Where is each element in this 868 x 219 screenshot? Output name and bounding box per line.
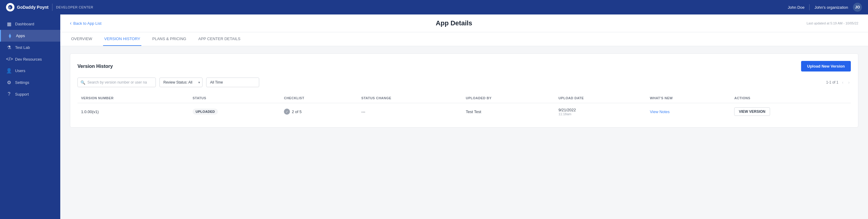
version-history-table: VERSION NUMBER STATUS CHECKLIST STATUS C… <box>78 93 851 120</box>
col-whats-new: WHAT'S NEW <box>646 93 731 103</box>
version-history-card: Version History Upload New Version 🔍 Rev… <box>70 53 858 128</box>
view-notes-link[interactable]: View Notes <box>650 109 670 114</box>
cell-status-change: --- <box>358 103 462 120</box>
col-actions: ACTIONS <box>731 93 851 103</box>
col-uploaded-by: UPLOADED BY <box>462 93 555 103</box>
header-divider <box>52 4 53 11</box>
cell-actions: VIEW VERSION <box>731 103 851 120</box>
review-status-wrap: Review Status: All ▾ <box>159 78 203 87</box>
col-checklist: CHECKLIST <box>280 93 358 103</box>
tab-version-history[interactable]: VERSION HISTORY <box>103 32 141 46</box>
sidebar-item-settings[interactable]: ⚙ Settings <box>0 77 60 88</box>
users-icon: 👤 <box>6 68 12 74</box>
sidebar-item-apps[interactable]: ⧫ Apps <box>0 30 60 42</box>
sidebar-item-dashboard[interactable]: ▦ Dashboard <box>0 18 60 30</box>
cell-checklist: ✓ 2 of 5 <box>280 103 358 120</box>
search-input[interactable] <box>78 78 156 87</box>
sidebar-item-users[interactable]: 👤 Users <box>0 65 60 77</box>
search-icon: 🔍 <box>81 80 85 85</box>
upload-time-value: 11:18am <box>558 112 643 116</box>
sidebar-label-support: Support <box>15 92 29 97</box>
cell-version-number: 1.0.00(v1) <box>78 103 189 120</box>
layout: ▦ Dashboard ⧫ Apps ⚗ Test Lab </> Dev Re… <box>0 15 868 219</box>
version-history-title: Version History <box>78 64 113 69</box>
pagination-next-button[interactable]: › <box>847 79 851 85</box>
tab-overview[interactable]: OVERVIEW <box>70 32 93 46</box>
settings-icon: ⚙ <box>6 80 12 85</box>
logo-icon: G <box>6 3 14 11</box>
sidebar-label-dev-resources: Dev Resources <box>15 57 42 61</box>
search-wrap: 🔍 <box>78 78 156 87</box>
cell-uploaded-by: Test Test <box>462 103 555 120</box>
status-badge: UPLOADED <box>193 109 218 115</box>
sidebar-label-dashboard: Dashboard <box>15 22 34 26</box>
test-lab-icon: ⚗ <box>6 45 12 50</box>
table-body: 1.0.00(v1) UPLOADED ✓ 2 of 5 --- <box>78 103 851 120</box>
apps-icon: ⧫ <box>7 33 13 38</box>
col-version-number: VERSION NUMBER <box>78 93 189 103</box>
dev-resources-icon: </> <box>6 56 12 62</box>
avatar: JO <box>853 3 862 12</box>
sidebar: ▦ Dashboard ⧫ Apps ⚗ Test Lab </> Dev Re… <box>0 15 60 219</box>
pagination-prev-button[interactable]: ‹ <box>841 79 845 85</box>
user-name: John Doe <box>788 5 805 10</box>
header: G GoDaddy Poynt DEVELOPER CENTER John Do… <box>0 0 868 15</box>
logo: G GoDaddy Poynt <box>6 3 49 11</box>
table-header-row: VERSION NUMBER STATUS CHECKLIST STATUS C… <box>78 93 851 103</box>
content-area: Version History Upload New Version 🔍 Rev… <box>60 46 868 135</box>
checklist-value: 2 of 5 <box>292 109 302 114</box>
dashboard-icon: ▦ <box>6 21 12 27</box>
sidebar-item-dev-resources[interactable]: </> Dev Resources <box>0 53 60 65</box>
sidebar-label-users: Users <box>15 69 25 73</box>
main-content: ‹ Back to App List App Details Last upda… <box>60 15 868 219</box>
cell-whats-new: View Notes <box>646 103 731 120</box>
tabs-bar: OVERVIEW VERSION HISTORY PLANS & PRICING… <box>60 32 868 46</box>
review-status-select[interactable]: Review Status: All <box>159 78 203 87</box>
svg-text:G: G <box>9 6 11 9</box>
tab-app-center-details[interactable]: APP CENTER DETAILS <box>197 32 242 46</box>
table-row: 1.0.00(v1) UPLOADED ✓ 2 of 5 --- <box>78 103 851 120</box>
sidebar-label-apps: Apps <box>16 33 25 38</box>
filters-row: 🔍 Review Status: All ▾ 1-1 of 1 ‹ › <box>78 78 851 87</box>
logo-text: GoDaddy Poynt <box>17 5 49 10</box>
header-right: John Doe John's organization JO <box>788 3 862 12</box>
topbar: ‹ Back to App List App Details Last upda… <box>60 15 868 32</box>
col-status-change: STATUS CHANGE <box>358 93 462 103</box>
tab-plans-pricing[interactable]: PLANS & PRICING <box>151 32 187 46</box>
pagination-info: 1-1 of 1 ‹ › <box>826 79 851 85</box>
cell-status: UPLOADED <box>189 103 280 120</box>
back-link-label: Back to App List <box>73 21 101 26</box>
back-to-app-list-link[interactable]: ‹ Back to App List <box>70 21 101 26</box>
page-title: App Details <box>101 19 807 27</box>
header-left: G GoDaddy Poynt DEVELOPER CENTER <box>6 3 93 11</box>
org-name: John's organization <box>814 5 848 10</box>
sidebar-item-test-lab[interactable]: ⚗ Test Lab <box>0 42 60 53</box>
sidebar-label-settings: Settings <box>15 80 29 85</box>
col-status: STATUS <box>189 93 280 103</box>
sidebar-item-support[interactable]: ? Support <box>0 88 60 100</box>
back-arrow-icon: ‹ <box>70 21 71 26</box>
support-icon: ? <box>6 91 12 97</box>
table-head: VERSION NUMBER STATUS CHECKLIST STATUS C… <box>78 93 851 103</box>
col-upload-date: UPLOAD DATE <box>555 93 646 103</box>
card-header: Version History Upload New Version <box>78 61 851 72</box>
checklist-icon: ✓ <box>284 109 290 115</box>
last-updated-text: Last updated at 5:19 AM - 10/05/22 <box>807 21 858 25</box>
pagination-text: 1-1 of 1 <box>826 80 838 84</box>
sidebar-label-test-lab: Test Lab <box>15 45 30 50</box>
developer-center-label: DEVELOPER CENTER <box>56 5 93 9</box>
upload-new-version-button[interactable]: Upload New Version <box>801 61 851 72</box>
checklist-cell: ✓ 2 of 5 <box>284 109 354 115</box>
view-version-button[interactable]: VIEW VERSION <box>734 107 770 116</box>
upload-date-value: 9/21/2022 <box>558 108 643 112</box>
date-filter-input[interactable] <box>206 78 259 87</box>
cell-upload-date: 9/21/2022 11:18am <box>555 103 646 120</box>
